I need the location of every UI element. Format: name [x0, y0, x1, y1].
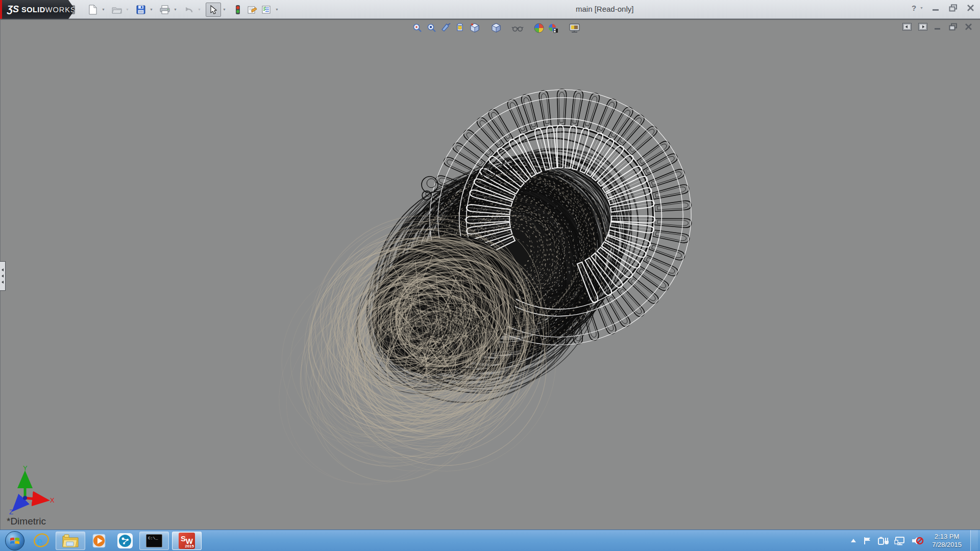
share-app-icon [117, 533, 133, 549]
system-tray: 2:13 PM 7/28/2015 [850, 530, 980, 551]
taskbar-item-command-prompt[interactable]: C:\_ [139, 532, 169, 550]
show-desktop-button[interactable] [970, 530, 978, 551]
power-plug-icon[interactable] [877, 536, 889, 545]
volume-muted-icon[interactable] [911, 536, 923, 546]
collapse-pane-left-button[interactable] [902, 23, 912, 31]
show-hidden-icons-button[interactable] [850, 538, 857, 544]
windows-flag-icon [9, 535, 20, 546]
action-center-flag-icon[interactable] [863, 536, 872, 545]
headsup-view-toolbar [411, 22, 583, 34]
help-button[interactable]: ? [912, 4, 916, 12]
restore-button[interactable] [949, 4, 958, 12]
new-document-button[interactable] [86, 2, 100, 17]
select-button[interactable] [206, 3, 221, 17]
file-properties-button[interactable] [245, 2, 259, 17]
file-properties-icon [246, 4, 258, 16]
svg-text:e: e [36, 534, 42, 548]
document-title: main [Read-only] [576, 5, 633, 13]
print-icon [159, 4, 171, 16]
solidworks-logo: ƷS SOLIDWORKS [0, 0, 76, 19]
edit-appearance-icon[interactable] [533, 22, 545, 34]
document-window-controls [902, 23, 973, 31]
triad-z-label: Z [9, 508, 13, 516]
doc-restore-button[interactable] [949, 23, 958, 31]
new-dropdown[interactable]: ▼ [100, 4, 107, 16]
collapse-pane-right-button[interactable] [918, 23, 927, 31]
taskbar-clock[interactable]: 2:13 PM 7/28/2015 [932, 533, 962, 549]
hide-show-items-icon[interactable] [511, 22, 524, 34]
open-button[interactable] [110, 2, 124, 17]
options-dropdown[interactable]: ▼ [274, 4, 280, 16]
print-dropdown[interactable]: ▼ [172, 4, 179, 16]
taskbar-item-share-app[interactable] [114, 532, 136, 550]
print-button[interactable] [158, 2, 172, 17]
dassault-mark: ƷS [7, 4, 19, 15]
orientation-triad: Y X Z [8, 464, 64, 519]
title-bar: ▸ ƷS SOLIDWORKS ▼ ▼ ▼ ▼ ▼ ▼ ▼ [0, 0, 980, 19]
select-dropdown[interactable]: ▼ [221, 4, 228, 16]
solidworks-taskbar-icon: SW2015 [179, 533, 195, 549]
network-display-icon[interactable] [894, 536, 905, 545]
view-orientation-label: *Dimetric [7, 516, 46, 527]
standard-toolbar: ▼ ▼ ▼ ▼ ▼ ▼ ▼ [86, 0, 283, 19]
view-settings-icon[interactable] [569, 22, 581, 34]
taskbar-item-internet-explorer[interactable]: e [30, 532, 53, 550]
select-cursor-icon [207, 4, 219, 16]
logo-red-accent [0, 0, 2, 19]
zoom-to-fit-icon[interactable] [411, 22, 424, 34]
clock-date: 7/28/2015 [932, 541, 962, 549]
graphics-viewport[interactable] [0, 19, 980, 530]
clock-time: 2:13 PM [932, 533, 962, 541]
save-dropdown[interactable]: ▼ [148, 4, 155, 16]
doc-minimize-button[interactable] [934, 23, 942, 31]
dynamic-annotation-views-icon[interactable] [454, 22, 467, 34]
undo-button[interactable] [182, 2, 196, 17]
triad-x-label: X [50, 496, 55, 504]
triad-y-label: Y [23, 464, 28, 472]
file-explorer-icon [62, 533, 79, 548]
view-orientation-icon[interactable] [469, 22, 481, 34]
command-prompt-icon: C:\_ [146, 534, 162, 547]
doc-close-button[interactable] [965, 23, 973, 31]
zoom-to-area-icon[interactable] [426, 22, 438, 34]
minimize-button[interactable] [932, 4, 940, 12]
section-view-icon[interactable] [440, 22, 452, 34]
feature-pane-splitter-tab[interactable] [0, 261, 6, 291]
apply-scene-icon[interactable] [547, 22, 559, 34]
windows-taskbar: e C:\_ SW2015 [0, 530, 980, 551]
open-dropdown[interactable]: ▼ [124, 4, 131, 16]
rebuild-traffic-light-icon [232, 4, 244, 16]
new-document-icon [87, 4, 99, 16]
taskbar-item-solidworks[interactable]: SW2015 [172, 532, 202, 550]
options-icon [260, 4, 273, 16]
undo-icon [183, 4, 195, 16]
internet-explorer-icon: e [33, 532, 50, 549]
window-controls: ? ▼ [912, 4, 975, 12]
options-button[interactable] [259, 2, 274, 17]
undo-dropdown[interactable]: ▼ [196, 4, 203, 16]
taskbar-item-media-player[interactable] [88, 532, 111, 550]
open-icon [111, 4, 123, 16]
save-icon [135, 4, 147, 16]
start-button[interactable] [5, 531, 24, 550]
media-player-icon [91, 532, 108, 549]
save-button[interactable] [134, 2, 148, 17]
close-button[interactable] [967, 4, 975, 12]
display-style-icon[interactable] [490, 22, 502, 34]
help-dropdown[interactable]: ▼ [920, 6, 923, 10]
taskbar-item-file-explorer[interactable] [56, 532, 85, 550]
rebuild-button[interactable] [231, 2, 245, 17]
